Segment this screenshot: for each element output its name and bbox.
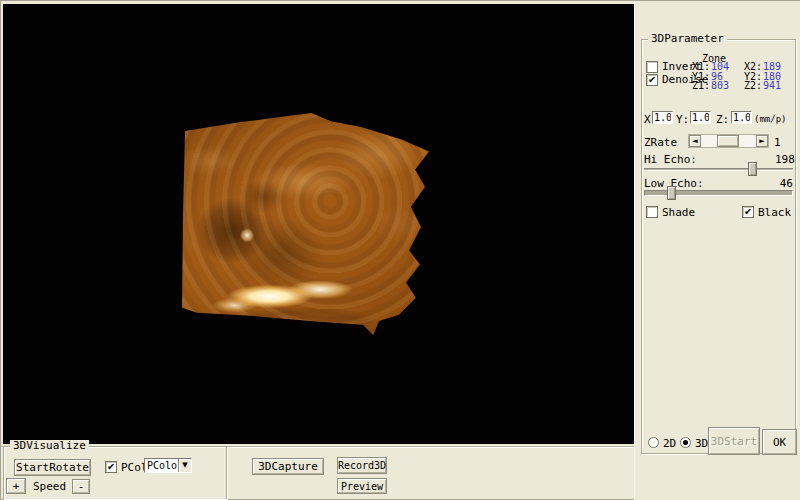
check-icon: ✔: [745, 205, 752, 218]
shade-checkbox[interactable]: [646, 206, 658, 218]
check-icon: ✔: [108, 460, 115, 473]
parameter-panel: 3DParameter Invert ✔ Denoise Zone X1: 10…: [634, 1, 800, 500]
app-window: 3DParameter Invert ✔ Denoise Zone X1: 10…: [0, 0, 800, 500]
parameter-group-title: 3DParameter: [648, 33, 727, 45]
mode-2d-label: 2D: [663, 438, 676, 449]
black-checkbox[interactable]: ✔: [742, 206, 754, 218]
start-rotate-button[interactable]: StartRotate: [14, 459, 91, 476]
start-3d-button[interactable]: 3DStart: [708, 427, 760, 455]
hi-echo-slider-track[interactable]: [644, 168, 793, 171]
mode-3d-label: 3D: [695, 438, 708, 449]
mode-3d-radio[interactable]: [680, 437, 691, 448]
check-icon: ✔: [649, 73, 656, 86]
preview-button[interactable]: Preview: [337, 478, 387, 494]
speed-plus-button[interactable]: +: [6, 478, 26, 494]
zone-values-grid: X1: 104 X2: 189 Y1: 96 Y2: 180 Z1: 803 Z…: [692, 62, 796, 91]
zone-z1-value: 803: [711, 81, 744, 91]
zrate-scroll-right-icon[interactable]: ►: [756, 135, 768, 147]
zrate-value: 1: [774, 137, 781, 148]
zrate-scrollbar[interactable]: ◄ ►: [688, 134, 769, 148]
speed-label: Speed: [33, 481, 66, 492]
y-scale-label: Y:: [676, 114, 689, 125]
black-label: Black: [758, 207, 791, 218]
x-scale-input[interactable]: [652, 111, 673, 124]
y-scale-input[interactable]: [690, 111, 711, 124]
radio-dot: [683, 440, 688, 445]
zrate-scroll-thumb[interactable]: [717, 135, 739, 147]
zrate-scroll-left-icon[interactable]: ◄: [689, 135, 701, 147]
denoise-checkbox[interactable]: ✔: [646, 74, 658, 86]
shade-label: Shade: [662, 207, 695, 218]
hi-echo-slider-thumb[interactable]: [748, 162, 757, 176]
visualize-groupbox: 3DVisualize StartRotate + Speed - ✔ PCol…: [3, 446, 227, 499]
zone-z2-label: Z2:: [744, 81, 763, 91]
record-3d-button[interactable]: Record3D: [337, 457, 387, 474]
speed-minus-button[interactable]: -: [72, 479, 90, 494]
ok-button[interactable]: OK: [762, 429, 797, 455]
zrate-label: ZRate: [644, 137, 677, 148]
zone-z1-label: Z1:: [692, 81, 711, 91]
mode-2d-radio[interactable]: [648, 437, 659, 448]
scale-unit-label: (mm/p): [754, 114, 787, 125]
pcolor-dropdown[interactable]: PColor ▼: [144, 458, 192, 473]
capture-3d-button[interactable]: 3DCapture: [252, 458, 324, 475]
ultrasound-volume-render[interactable]: [179, 111, 431, 337]
zone-z2-value: 941: [763, 81, 794, 91]
hi-echo-value: 198: [775, 154, 793, 165]
z-scale-input[interactable]: [731, 111, 752, 124]
low-echo-value: 46: [775, 178, 793, 189]
parameter-groupbox: 3DParameter Invert ✔ Denoise Zone X1: 10…: [641, 39, 796, 454]
visualize-group-title: 3DVisualize: [10, 440, 89, 452]
z-scale-label: Z:: [716, 114, 729, 125]
pcolor-checkbox[interactable]: ✔: [105, 461, 117, 473]
low-echo-slider-thumb[interactable]: [667, 186, 676, 200]
render-viewport[interactable]: [3, 4, 634, 444]
invert-checkbox[interactable]: [646, 61, 658, 73]
hi-echo-label: Hi Echo:: [644, 154, 697, 165]
chevron-down-icon[interactable]: ▼: [178, 459, 191, 472]
